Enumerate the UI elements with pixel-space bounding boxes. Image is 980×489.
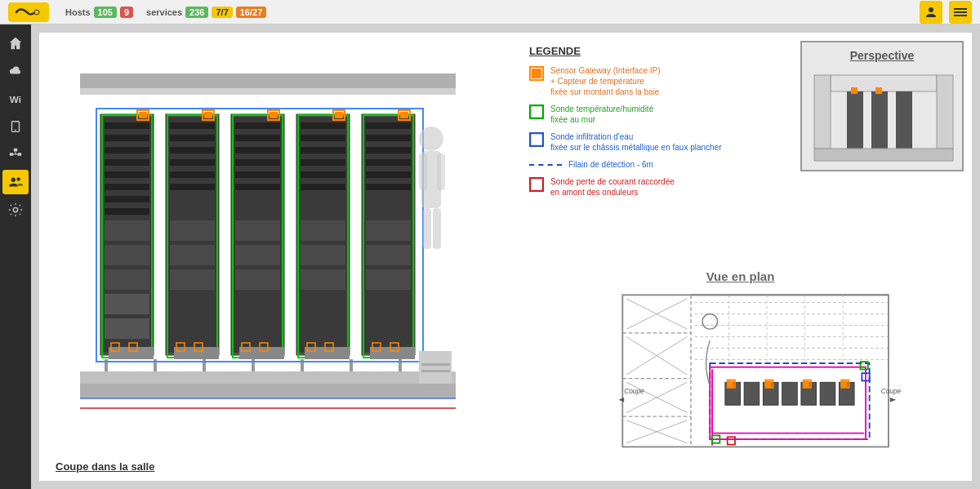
svg-rect-143 xyxy=(622,295,889,447)
right-section: LEGENDE Sensor Gateway (Interface IP)+ C… xyxy=(513,33,972,481)
svg-rect-127 xyxy=(421,363,450,366)
svg-rect-170 xyxy=(765,380,771,386)
svg-rect-53 xyxy=(170,159,215,166)
svg-rect-89 xyxy=(335,112,343,118)
vue-en-plan-svg: Coupe Coupe xyxy=(513,287,968,462)
svg-rect-172 xyxy=(804,380,809,386)
svg-rect-86 xyxy=(301,269,345,290)
svg-rect-82 xyxy=(301,171,345,178)
svg-rect-75 xyxy=(270,112,278,118)
topbar-right xyxy=(920,0,972,24)
svg-rect-103 xyxy=(400,112,408,118)
svg-rect-68 xyxy=(235,171,280,178)
svg-rect-47 xyxy=(139,112,147,118)
svg-rect-99 xyxy=(366,245,411,265)
legend-text-3: Sonde infiltration d'eaufixée sur le châ… xyxy=(550,131,722,153)
menu-icon-btn[interactable] xyxy=(949,1,972,24)
svg-rect-93 xyxy=(366,135,411,141)
svg-rect-40 xyxy=(105,220,149,241)
sidebar-item-network[interactable] xyxy=(2,142,29,167)
sidebar-item-users[interactable] xyxy=(2,170,29,194)
legend-item-5: Sonde perte de courant raccordéeen amont… xyxy=(529,176,758,198)
svg-rect-78 xyxy=(301,122,345,129)
svg-rect-96 xyxy=(366,171,411,178)
hosts-alert: 9 xyxy=(120,7,133,18)
svg-rect-35 xyxy=(105,159,149,166)
svg-rect-20 xyxy=(80,371,456,384)
svg-rect-110 xyxy=(433,208,441,249)
svg-rect-81 xyxy=(301,159,345,166)
svg-rect-71 xyxy=(235,245,280,265)
coupe-svg xyxy=(56,41,497,433)
svg-rect-136 xyxy=(937,75,953,149)
svg-point-16 xyxy=(13,207,17,211)
sidebar-item-wifi[interactable]: Wi xyxy=(2,87,29,111)
svg-marker-184 xyxy=(890,398,896,402)
legend-icon-dashed xyxy=(529,164,562,166)
svg-rect-114 xyxy=(305,347,350,359)
topbar: Hosts 105 9 services 236 7/7 16/27 xyxy=(0,0,980,24)
svg-rect-92 xyxy=(366,122,411,129)
legend-title: LEGENDE xyxy=(529,45,758,57)
svg-rect-43 xyxy=(105,294,149,314)
svg-rect-107 xyxy=(419,153,427,190)
svg-rect-80 xyxy=(301,147,345,153)
hosts-count: 105 xyxy=(94,7,117,18)
svg-rect-134 xyxy=(831,75,937,91)
svg-rect-141 xyxy=(851,87,858,94)
svg-rect-98 xyxy=(366,220,411,241)
svg-rect-51 xyxy=(170,135,215,141)
legend-item-4: Filain de détection - 6m xyxy=(529,159,758,170)
svg-rect-142 xyxy=(875,87,882,94)
vue-en-plan: Vue en plan xyxy=(513,269,968,465)
svg-rect-133 xyxy=(530,178,543,191)
svg-rect-69 xyxy=(235,184,280,190)
svg-rect-34 xyxy=(105,147,149,153)
svg-marker-182 xyxy=(619,398,625,402)
legend-text-4: Filain de détection - 6m xyxy=(568,159,653,170)
svg-rect-112 xyxy=(174,347,219,359)
legend-icon-blue xyxy=(529,132,544,147)
svg-rect-56 xyxy=(170,220,215,241)
sidebar-item-cloud[interactable] xyxy=(2,59,29,83)
svg-text:Coupe: Coupe xyxy=(624,387,644,395)
svg-rect-52 xyxy=(170,147,215,153)
svg-rect-132 xyxy=(530,133,543,146)
services-label: services xyxy=(146,7,182,17)
svg-point-0 xyxy=(34,10,39,15)
hosts-stat: Hosts 105 9 xyxy=(65,7,133,18)
perspective-image xyxy=(806,67,961,169)
svg-text:Coupe: Coupe xyxy=(881,387,902,395)
svg-rect-65 xyxy=(235,135,280,141)
svg-rect-57 xyxy=(170,245,215,265)
sidebar-item-home[interactable] xyxy=(2,31,29,56)
legend-icon-green xyxy=(529,104,544,119)
svg-rect-64 xyxy=(235,122,280,129)
svg-rect-163 xyxy=(782,382,798,405)
services-count: 236 xyxy=(185,7,208,18)
sidebar-item-settings[interactable] xyxy=(2,198,29,222)
services-status: 16/27 xyxy=(236,7,267,18)
svg-rect-72 xyxy=(235,269,280,290)
vue-en-plan-title: Vue en plan xyxy=(513,269,968,283)
svg-rect-100 xyxy=(366,269,411,290)
sidebar-item-device[interactable] xyxy=(2,114,29,139)
svg-rect-18 xyxy=(80,384,456,398)
svg-rect-4 xyxy=(954,15,967,16)
svg-point-1 xyxy=(929,7,933,12)
svg-rect-108 xyxy=(437,153,445,190)
legend-item-3: Sonde infiltration d'eaufixée sur le châ… xyxy=(529,131,758,153)
svg-rect-109 xyxy=(423,208,431,249)
main-layout: Wi xyxy=(0,24,980,489)
svg-rect-42 xyxy=(105,269,149,290)
svg-rect-3 xyxy=(954,11,967,13)
svg-rect-41 xyxy=(105,245,149,265)
svg-rect-70 xyxy=(235,220,280,241)
svg-rect-115 xyxy=(370,347,415,359)
legend-item-1: Sensor Gateway (Interface IP)+ Capteur d… xyxy=(529,65,758,97)
coupe-label: Coupe dans la salle xyxy=(56,460,154,473)
svg-point-7 xyxy=(15,130,16,131)
svg-rect-17 xyxy=(80,73,456,88)
svg-rect-50 xyxy=(170,122,215,129)
user-icon-btn[interactable] xyxy=(920,1,942,24)
